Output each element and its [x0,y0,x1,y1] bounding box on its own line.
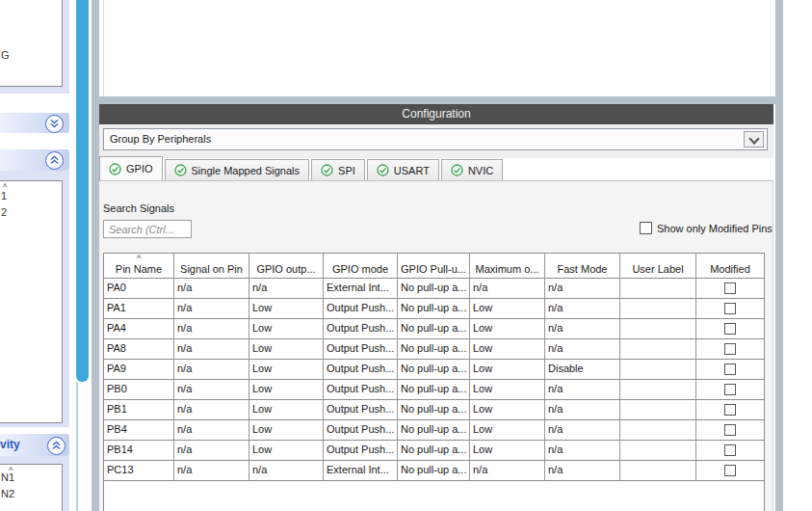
modified-checkbox[interactable] [724,363,736,375]
cell-fast-mode[interactable]: n/a [545,319,620,338]
cell-gpio-mode[interactable]: Output Push... [324,319,398,338]
modified-checkbox[interactable] [724,424,736,436]
table-row[interactable]: PB4n/aLowOutput Push...No pull-up a...Lo… [104,420,764,441]
table-row[interactable]: PB0n/aLowOutput Push...No pull-up a...Lo… [104,380,764,400]
modified-checkbox[interactable] [724,323,736,335]
cell-user-label[interactable] [620,360,696,379]
cell-gpio-pull[interactable]: No pull-up a... [398,461,470,480]
cell-maximum-output[interactable]: Low [470,319,545,338]
column-header-gpio-mode[interactable]: GPIO mode [324,254,398,278]
tab-nvic[interactable]: NVIC [441,159,503,180]
cell-pin-name[interactable]: PB14 [104,441,174,460]
sidebar-top-listbox[interactable]: G [0,0,63,87]
column-header-user-label[interactable]: User Label [620,254,696,278]
cell-gpio-mode[interactable]: Output Push... [324,299,398,318]
double-chevron-up-icon[interactable] [45,151,64,170]
cell-user-label[interactable] [620,380,696,399]
tab-usart[interactable]: USART [367,159,439,180]
table-row[interactable]: PA0n/an/aExternal Int...No pull-up a...n… [104,279,764,299]
sidebar-scrollbar-thumb[interactable] [76,0,89,382]
modified-checkbox[interactable] [724,384,736,395]
cell-gpio-pull[interactable]: No pull-up a... [398,400,470,419]
cell-maximum-output[interactable]: Low [470,420,545,440]
table-row[interactable]: PB14n/aLowOutput Push...No pull-up a...L… [104,441,764,461]
cell-maximum-output[interactable]: Low [470,299,545,318]
column-header-signal-on-pin[interactable]: Signal on Pin [174,254,249,278]
cell-gpio-mode[interactable]: Output Push... [324,339,398,359]
cell-gpio-output[interactable]: n/a [249,461,324,480]
cell-user-label[interactable] [620,420,696,440]
cell-gpio-pull[interactable]: No pull-up a... [398,339,470,359]
cell-gpio-output[interactable]: Low [249,380,324,399]
cell-maximum-output[interactable]: Low [470,380,545,399]
sidebar-section-bottom-header[interactable]: vity [0,434,69,456]
cell-gpio-pull[interactable]: No pull-up a... [398,380,470,399]
cell-signal-on-pin[interactable]: n/a [174,441,249,460]
cell-fast-mode[interactable]: n/a [545,339,620,359]
cell-gpio-mode[interactable]: Output Push... [324,441,398,460]
tab-gpio[interactable]: GPIO [99,156,163,180]
cell-gpio-pull[interactable]: No pull-up a... [398,441,470,460]
cell-signal-on-pin[interactable]: n/a [174,360,249,379]
cell-gpio-output[interactable]: Low [249,400,324,419]
cell-signal-on-pin[interactable]: n/a [174,420,249,440]
table-row[interactable]: PA9n/aLowOutput Push...No pull-up a...Lo… [104,360,764,380]
sidebar-middle-listbox[interactable]: ^ 12 [0,180,63,423]
cell-gpio-pull[interactable]: No pull-up a... [398,420,470,440]
table-row[interactable]: PA4n/aLowOutput Push...No pull-up a...Lo… [104,319,764,339]
sidebar-scrollbar-track[interactable] [76,382,78,511]
column-header-modified[interactable]: Modified [696,254,764,278]
column-header-maximum-o[interactable]: Maximum o... [470,254,545,278]
tab-single-mapped-signals[interactable]: Single Mapped Signals [165,159,310,180]
column-header-pin-name[interactable]: ^Pin Name [104,254,174,278]
cell-gpio-pull[interactable]: No pull-up a... [398,319,470,338]
cell-fast-mode[interactable]: Disable [545,360,620,379]
cell-gpio-pull[interactable]: No pull-up a... [398,360,470,379]
cell-pin-name[interactable]: PA9 [104,360,174,379]
cell-maximum-output[interactable]: Low [470,339,545,359]
cell-user-label[interactable] [620,299,696,318]
cell-pin-name[interactable]: PA1 [104,299,174,318]
cell-gpio-output[interactable]: Low [249,339,324,359]
cell-gpio-mode[interactable]: External Int... [324,279,398,298]
dropdown-arrow-button[interactable] [744,131,764,148]
cell-pin-name[interactable]: PA8 [104,339,174,359]
column-header-fast-mode[interactable]: Fast Mode [545,254,620,278]
cell-gpio-mode[interactable]: External Int... [324,461,398,480]
cell-signal-on-pin[interactable]: n/a [174,299,249,318]
cell-gpio-output[interactable]: Low [249,441,324,460]
cell-user-label[interactable] [620,400,696,419]
cell-user-label[interactable] [620,461,696,480]
modified-checkbox[interactable] [724,343,736,355]
cell-pin-name[interactable]: PB4 [104,420,174,440]
tab-spi[interactable]: SPI [311,159,365,180]
cell-pin-name[interactable]: PB0 [104,380,174,399]
cell-gpio-output[interactable]: Low [249,420,324,440]
cell-maximum-output[interactable]: Low [470,441,545,460]
cell-signal-on-pin[interactable]: n/a [174,380,249,399]
cell-fast-mode[interactable]: n/a [545,299,620,318]
cell-maximum-output[interactable]: n/a [470,279,545,298]
column-header-gpio-outp[interactable]: GPIO outp... [249,254,324,278]
cell-pin-name[interactable]: PA4 [104,319,174,338]
cell-pin-name[interactable]: PA0 [104,279,174,298]
sidebar-section-collapsed-header[interactable] [0,113,69,133]
cell-user-label[interactable] [620,339,696,359]
sidebar-bottom-listbox[interactable]: ^ N1N2 [0,464,63,511]
cell-gpio-output[interactable]: n/a [249,279,324,298]
double-chevron-up-icon[interactable] [47,437,65,455]
cell-gpio-output[interactable]: Low [249,319,324,338]
cell-gpio-output[interactable]: Low [249,299,324,318]
cell-signal-on-pin[interactable]: n/a [174,461,249,480]
cell-fast-mode[interactable]: n/a [545,380,620,399]
cell-user-label[interactable] [620,441,696,460]
cell-user-label[interactable] [620,319,696,338]
cell-signal-on-pin[interactable]: n/a [174,400,249,419]
cell-fast-mode[interactable]: n/a [545,400,620,419]
list-item[interactable]: 1 [1,190,7,202]
cell-signal-on-pin[interactable]: n/a [174,339,249,359]
search-input[interactable] [103,220,192,238]
modified-checkbox[interactable] [724,444,736,456]
cell-gpio-output[interactable]: Low [249,360,324,379]
list-item[interactable]: N1 [1,471,14,483]
